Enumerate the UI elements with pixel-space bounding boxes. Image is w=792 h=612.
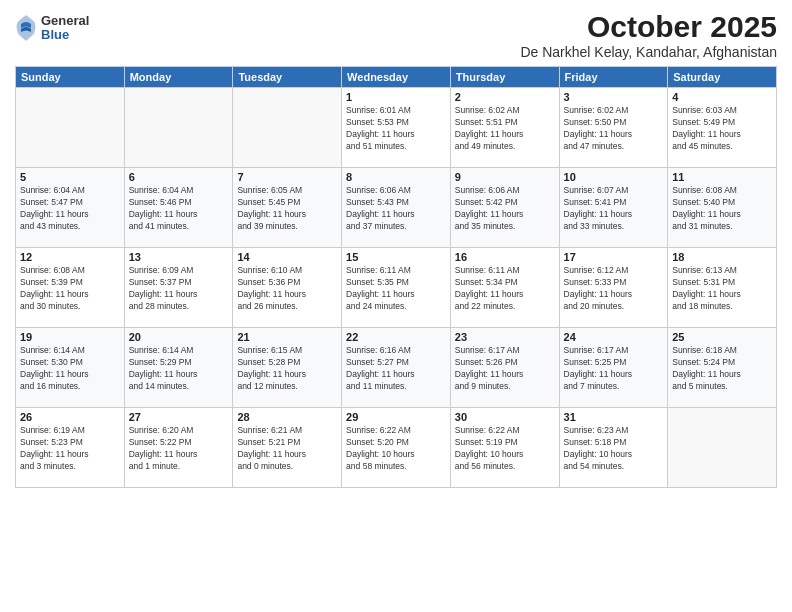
day-info: Sunrise: 6:19 AM Sunset: 5:23 PM Dayligh…: [20, 425, 120, 473]
day-number: 17: [564, 251, 664, 263]
calendar-cell: 1Sunrise: 6:01 AM Sunset: 5:53 PM Daylig…: [342, 88, 451, 168]
day-info: Sunrise: 6:20 AM Sunset: 5:22 PM Dayligh…: [129, 425, 229, 473]
calendar-table: SundayMondayTuesdayWednesdayThursdayFrid…: [15, 66, 777, 488]
calendar-cell: [668, 408, 777, 488]
day-number: 12: [20, 251, 120, 263]
day-info: Sunrise: 6:23 AM Sunset: 5:18 PM Dayligh…: [564, 425, 664, 473]
calendar-cell: 30Sunrise: 6:22 AM Sunset: 5:19 PM Dayli…: [450, 408, 559, 488]
day-number: 28: [237, 411, 337, 423]
day-info: Sunrise: 6:15 AM Sunset: 5:28 PM Dayligh…: [237, 345, 337, 393]
calendar-cell: 8Sunrise: 6:06 AM Sunset: 5:43 PM Daylig…: [342, 168, 451, 248]
day-number: 25: [672, 331, 772, 343]
logo-icon: [15, 14, 37, 42]
day-number: 31: [564, 411, 664, 423]
calendar-cell: [124, 88, 233, 168]
calendar-cell: 12Sunrise: 6:08 AM Sunset: 5:39 PM Dayli…: [16, 248, 125, 328]
calendar-cell: 17Sunrise: 6:12 AM Sunset: 5:33 PM Dayli…: [559, 248, 668, 328]
day-number: 21: [237, 331, 337, 343]
day-info: Sunrise: 6:08 AM Sunset: 5:40 PM Dayligh…: [672, 185, 772, 233]
calendar-cell: 9Sunrise: 6:06 AM Sunset: 5:42 PM Daylig…: [450, 168, 559, 248]
day-number: 14: [237, 251, 337, 263]
logo-general: General: [41, 14, 89, 28]
calendar-cell: 27Sunrise: 6:20 AM Sunset: 5:22 PM Dayli…: [124, 408, 233, 488]
page-header: General Blue October 2025 De Narkhel Kel…: [15, 10, 777, 60]
day-number: 2: [455, 91, 555, 103]
calendar-cell: 19Sunrise: 6:14 AM Sunset: 5:30 PM Dayli…: [16, 328, 125, 408]
day-info: Sunrise: 6:09 AM Sunset: 5:37 PM Dayligh…: [129, 265, 229, 313]
day-info: Sunrise: 6:02 AM Sunset: 5:51 PM Dayligh…: [455, 105, 555, 153]
calendar-page: General Blue October 2025 De Narkhel Kel…: [0, 0, 792, 612]
day-number: 6: [129, 171, 229, 183]
day-number: 10: [564, 171, 664, 183]
day-info: Sunrise: 6:05 AM Sunset: 5:45 PM Dayligh…: [237, 185, 337, 233]
calendar-cell: 7Sunrise: 6:05 AM Sunset: 5:45 PM Daylig…: [233, 168, 342, 248]
day-info: Sunrise: 6:22 AM Sunset: 5:20 PM Dayligh…: [346, 425, 446, 473]
calendar-week-row: 19Sunrise: 6:14 AM Sunset: 5:30 PM Dayli…: [16, 328, 777, 408]
weekday-header: Tuesday: [233, 67, 342, 88]
day-number: 27: [129, 411, 229, 423]
day-number: 9: [455, 171, 555, 183]
day-info: Sunrise: 6:12 AM Sunset: 5:33 PM Dayligh…: [564, 265, 664, 313]
calendar-week-row: 5Sunrise: 6:04 AM Sunset: 5:47 PM Daylig…: [16, 168, 777, 248]
day-number: 22: [346, 331, 446, 343]
day-info: Sunrise: 6:04 AM Sunset: 5:46 PM Dayligh…: [129, 185, 229, 233]
calendar-cell: 18Sunrise: 6:13 AM Sunset: 5:31 PM Dayli…: [668, 248, 777, 328]
calendar-cell: 20Sunrise: 6:14 AM Sunset: 5:29 PM Dayli…: [124, 328, 233, 408]
day-info: Sunrise: 6:18 AM Sunset: 5:24 PM Dayligh…: [672, 345, 772, 393]
calendar-cell: [233, 88, 342, 168]
day-number: 26: [20, 411, 120, 423]
calendar-cell: 13Sunrise: 6:09 AM Sunset: 5:37 PM Dayli…: [124, 248, 233, 328]
calendar-cell: 3Sunrise: 6:02 AM Sunset: 5:50 PM Daylig…: [559, 88, 668, 168]
day-number: 11: [672, 171, 772, 183]
day-info: Sunrise: 6:03 AM Sunset: 5:49 PM Dayligh…: [672, 105, 772, 153]
day-info: Sunrise: 6:16 AM Sunset: 5:27 PM Dayligh…: [346, 345, 446, 393]
calendar-cell: 23Sunrise: 6:17 AM Sunset: 5:26 PM Dayli…: [450, 328, 559, 408]
day-number: 20: [129, 331, 229, 343]
day-number: 18: [672, 251, 772, 263]
day-number: 15: [346, 251, 446, 263]
calendar-cell: 21Sunrise: 6:15 AM Sunset: 5:28 PM Dayli…: [233, 328, 342, 408]
calendar-week-row: 26Sunrise: 6:19 AM Sunset: 5:23 PM Dayli…: [16, 408, 777, 488]
day-number: 16: [455, 251, 555, 263]
calendar-cell: 31Sunrise: 6:23 AM Sunset: 5:18 PM Dayli…: [559, 408, 668, 488]
calendar-cell: 22Sunrise: 6:16 AM Sunset: 5:27 PM Dayli…: [342, 328, 451, 408]
title-block: October 2025 De Narkhel Kelay, Kandahar,…: [520, 10, 777, 60]
day-info: Sunrise: 6:06 AM Sunset: 5:43 PM Dayligh…: [346, 185, 446, 233]
day-number: 8: [346, 171, 446, 183]
day-number: 3: [564, 91, 664, 103]
calendar-cell: 10Sunrise: 6:07 AM Sunset: 5:41 PM Dayli…: [559, 168, 668, 248]
calendar-cell: 11Sunrise: 6:08 AM Sunset: 5:40 PM Dayli…: [668, 168, 777, 248]
weekday-header: Wednesday: [342, 67, 451, 88]
calendar-cell: 24Sunrise: 6:17 AM Sunset: 5:25 PM Dayli…: [559, 328, 668, 408]
weekday-header: Friday: [559, 67, 668, 88]
day-info: Sunrise: 6:06 AM Sunset: 5:42 PM Dayligh…: [455, 185, 555, 233]
day-info: Sunrise: 6:21 AM Sunset: 5:21 PM Dayligh…: [237, 425, 337, 473]
day-number: 5: [20, 171, 120, 183]
location: De Narkhel Kelay, Kandahar, Afghanistan: [520, 44, 777, 60]
day-info: Sunrise: 6:17 AM Sunset: 5:25 PM Dayligh…: [564, 345, 664, 393]
month-title: October 2025: [520, 10, 777, 44]
weekday-header: Thursday: [450, 67, 559, 88]
calendar-cell: 16Sunrise: 6:11 AM Sunset: 5:34 PM Dayli…: [450, 248, 559, 328]
calendar-cell: 5Sunrise: 6:04 AM Sunset: 5:47 PM Daylig…: [16, 168, 125, 248]
calendar-cell: 25Sunrise: 6:18 AM Sunset: 5:24 PM Dayli…: [668, 328, 777, 408]
calendar-cell: 29Sunrise: 6:22 AM Sunset: 5:20 PM Dayli…: [342, 408, 451, 488]
weekday-header: Monday: [124, 67, 233, 88]
calendar-cell: [16, 88, 125, 168]
calendar-header-row: SundayMondayTuesdayWednesdayThursdayFrid…: [16, 67, 777, 88]
day-number: 30: [455, 411, 555, 423]
day-number: 7: [237, 171, 337, 183]
day-info: Sunrise: 6:01 AM Sunset: 5:53 PM Dayligh…: [346, 105, 446, 153]
day-info: Sunrise: 6:11 AM Sunset: 5:34 PM Dayligh…: [455, 265, 555, 313]
calendar-cell: 4Sunrise: 6:03 AM Sunset: 5:49 PM Daylig…: [668, 88, 777, 168]
day-info: Sunrise: 6:17 AM Sunset: 5:26 PM Dayligh…: [455, 345, 555, 393]
day-number: 13: [129, 251, 229, 263]
calendar-cell: 26Sunrise: 6:19 AM Sunset: 5:23 PM Dayli…: [16, 408, 125, 488]
day-info: Sunrise: 6:14 AM Sunset: 5:29 PM Dayligh…: [129, 345, 229, 393]
day-number: 23: [455, 331, 555, 343]
day-number: 19: [20, 331, 120, 343]
calendar-cell: 15Sunrise: 6:11 AM Sunset: 5:35 PM Dayli…: [342, 248, 451, 328]
calendar-cell: 28Sunrise: 6:21 AM Sunset: 5:21 PM Dayli…: [233, 408, 342, 488]
day-info: Sunrise: 6:08 AM Sunset: 5:39 PM Dayligh…: [20, 265, 120, 313]
day-info: Sunrise: 6:14 AM Sunset: 5:30 PM Dayligh…: [20, 345, 120, 393]
